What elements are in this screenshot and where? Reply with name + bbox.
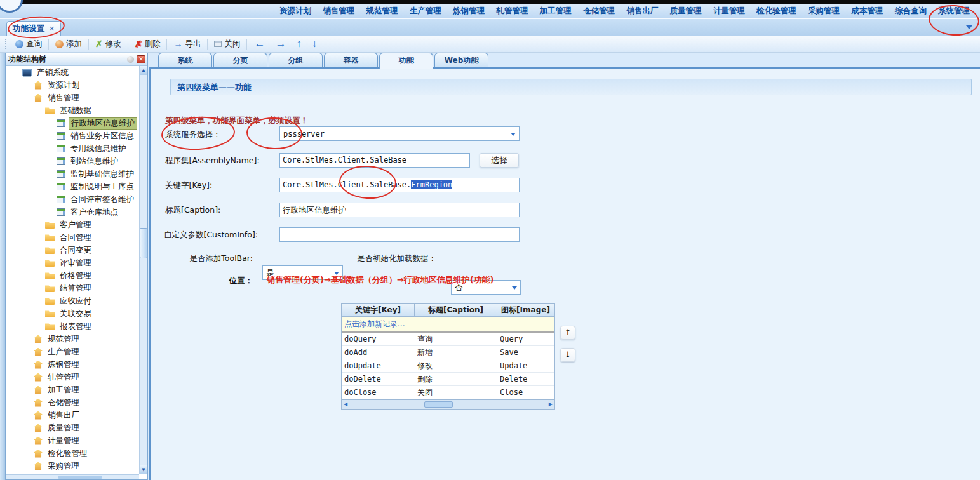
add-new-record-row[interactable]: 点击添加新记录... <box>342 317 554 331</box>
page-tab-系统[interactable]: 系统 <box>158 53 212 67</box>
row-move-up-button[interactable]: ↑ <box>560 326 575 340</box>
top-menu-item[interactable]: 加工管理 <box>540 6 572 17</box>
page-tab-Web功能[interactable]: Web功能 <box>434 53 488 67</box>
tree-item[interactable]: 检化验管理 <box>6 447 139 460</box>
tabbar-dropdown-icon[interactable] <box>966 25 972 29</box>
top-menu-item[interactable]: 销售出厂 <box>626 6 658 17</box>
tree-item[interactable]: 合同管理 <box>6 231 139 244</box>
tree-item[interactable]: 专用线信息维护 <box>6 142 139 155</box>
tree-item[interactable]: 报表管理 <box>6 320 139 333</box>
tree-item[interactable]: 质量管理 <box>6 422 139 434</box>
panel-close-icon[interactable]: ✕ <box>137 55 145 63</box>
table-row[interactable]: doAdd新增Save <box>342 346 554 359</box>
tree-item[interactable]: 客户仓库地点 <box>6 206 139 218</box>
tree-item[interactable]: 价格管理 <box>6 269 139 282</box>
scroll-left-icon[interactable]: ◀ <box>344 401 347 407</box>
table-horizontal-scrollbar[interactable]: ◀ ▶ <box>342 399 554 409</box>
caption-input[interactable]: 行政地区信息维护 <box>279 203 520 217</box>
top-menu-item[interactable]: 规范管理 <box>366 6 398 17</box>
top-menu-item[interactable]: 系统管理 <box>938 6 970 17</box>
tree-item[interactable]: 监制说明与工序点 <box>6 180 139 193</box>
tree-item[interactable]: 产销系统 <box>6 66 139 79</box>
tree-item[interactable]: 销售出厂 <box>6 409 139 422</box>
scroll-up-icon[interactable]: ▲ <box>140 66 147 75</box>
toolbar-button-modify[interactable]: ✗修改 <box>91 37 126 51</box>
top-menu-item[interactable]: 综合查询 <box>895 6 927 17</box>
page-tab-功能[interactable]: 功能 <box>379 53 433 69</box>
tree-item[interactable]: 评审管理 <box>6 257 139 269</box>
custominfo-input[interactable] <box>279 227 520 242</box>
tree-item[interactable]: 客户管理 <box>6 218 139 231</box>
table-row[interactable]: doUpdate修改Update <box>342 359 554 373</box>
top-menu-item[interactable]: 成本管理 <box>851 6 883 17</box>
service-select[interactable]: pssserver <box>279 126 520 141</box>
toolbar-button-delete[interactable]: ✗删除 <box>130 37 165 51</box>
page-tab-分组[interactable]: 分组 <box>269 53 323 67</box>
tab-function-settings[interactable]: 功能设置 ✕ <box>6 21 61 36</box>
top-menu-item[interactable]: 炼钢管理 <box>453 6 485 17</box>
tree-item[interactable]: 资源计划 <box>6 79 139 91</box>
tree-item[interactable]: 销售业务片区信息 <box>6 130 139 142</box>
key-input[interactable]: Core.StlMes.Client.SaleBase.FrmRegion <box>279 178 520 192</box>
tree-item[interactable]: 规范管理 <box>6 333 139 345</box>
top-menu-item[interactable]: 轧管管理 <box>496 6 528 17</box>
cell-key: doAdd <box>342 346 415 359</box>
forward-arrow[interactable]: → <box>270 37 291 50</box>
table-row[interactable]: doDelete删除Delete <box>342 373 554 386</box>
top-menu-item[interactable]: 计量管理 <box>713 6 745 17</box>
tree-item[interactable]: 采购管理 <box>6 460 139 472</box>
tree-item[interactable]: 轧管管理 <box>6 371 139 383</box>
select-button[interactable]: 选择 <box>480 153 519 168</box>
tree-item[interactable]: 基础数据 <box>6 104 139 117</box>
toolbar-button-export[interactable]: →导出 <box>169 37 205 51</box>
top-menu-item[interactable]: 仓储管理 <box>583 6 615 17</box>
tree-item[interactable]: 生产管理 <box>6 345 139 358</box>
table-row[interactable]: doQuery查询Query <box>342 333 554 346</box>
page-tab-分页[interactable]: 分页 <box>213 53 267 67</box>
back-arrow[interactable]: ← <box>249 37 270 50</box>
tree-item[interactable]: 行政地区信息维护 <box>6 117 139 130</box>
move-up-arrow[interactable]: ↑ <box>291 37 307 50</box>
tree-item-label: 应收应付 <box>58 296 93 307</box>
scrollbar-thumb[interactable] <box>140 228 147 258</box>
tree-item[interactable]: 销售管理 <box>6 91 139 104</box>
scrollbar-thumb[interactable] <box>424 401 453 408</box>
top-menu-item[interactable]: 采购管理 <box>808 6 840 17</box>
scroll-right-icon[interactable]: ▶ <box>549 401 553 407</box>
tree-item[interactable]: 关联交易 <box>6 307 139 320</box>
scrollbar-thumb[interactable] <box>58 476 102 479</box>
toolbar-button-query[interactable]: 查询 <box>11 37 46 51</box>
home-icon <box>34 361 43 369</box>
table-row[interactable]: doClose关闭Close <box>342 386 554 399</box>
tree-item[interactable]: 到站信息维护 <box>6 155 139 168</box>
folder-icon <box>45 221 55 229</box>
toolbar-button-add[interactable]: 添加 <box>51 37 86 51</box>
tree-horizontal-scrollbar[interactable] <box>6 474 139 479</box>
tree-vertical-scrollbar[interactable]: ▲ ▼ <box>139 66 147 474</box>
pin-icon[interactable] <box>127 56 134 63</box>
top-menu-item[interactable]: 质量管理 <box>670 6 702 17</box>
top-menu-item[interactable]: 检化验管理 <box>756 6 796 17</box>
assembly-input[interactable]: Core.StlMes.Client.SaleBase <box>279 153 470 168</box>
scroll-down-icon[interactable]: ▼ <box>140 465 147 474</box>
tree-item[interactable]: 应收应付 <box>6 295 139 307</box>
tree-item[interactable]: 炼钢管理 <box>6 358 139 371</box>
tree-item[interactable]: 计量管理 <box>6 434 139 447</box>
tree-item-label: 炼钢管理 <box>46 359 81 370</box>
row-move-down-button[interactable]: ↓ <box>560 348 575 362</box>
move-down-arrow[interactable]: ↓ <box>307 37 323 50</box>
page-tab-容器[interactable]: 容器 <box>324 53 378 67</box>
tree-item[interactable]: 仓储管理 <box>6 396 139 409</box>
home-icon <box>34 424 43 432</box>
tree-item[interactable]: 加工管理 <box>6 383 139 396</box>
toolbar-button-close-window[interactable]: 关闭 <box>210 37 245 51</box>
tab-close-icon[interactable]: ✕ <box>49 25 55 33</box>
tree-item[interactable]: 监制基础信息维护 <box>6 168 139 180</box>
top-menu-item[interactable]: 资源计划 <box>279 6 311 17</box>
top-menu-item[interactable]: 生产管理 <box>410 6 441 17</box>
top-menu-item[interactable]: 销售管理 <box>323 6 354 17</box>
tree-item[interactable]: 结算管理 <box>6 282 139 295</box>
tree-item[interactable]: 合同变更 <box>6 244 139 257</box>
tree-item[interactable]: 合同评审签名维护 <box>6 193 139 206</box>
tree-item-label: 资源计划 <box>46 80 81 91</box>
